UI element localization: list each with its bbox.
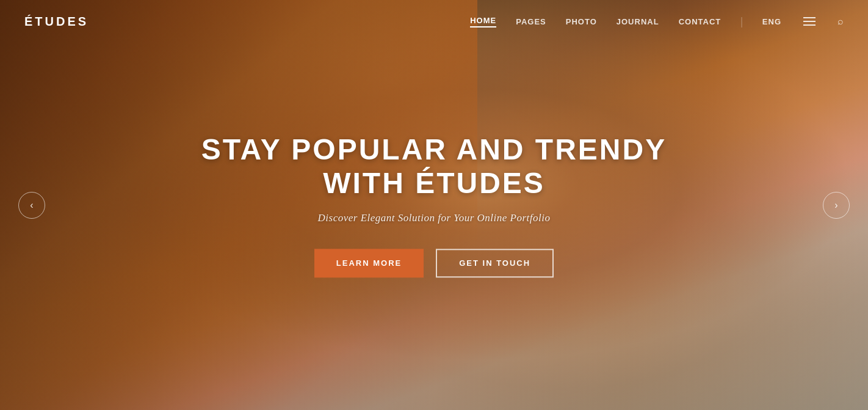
header: ÉTUDES HOME PAGES PHOTO JOURNAL CONTACT …	[0, 0, 868, 43]
language-selector[interactable]: ENG	[762, 17, 781, 26]
hamburger-line-2	[803, 21, 816, 22]
hero-subtitle: Discover Elegant Solution for Your Onlin…	[190, 212, 678, 224]
slider-prev-button[interactable]: ‹	[18, 192, 45, 219]
nav-item-pages[interactable]: PAGES	[516, 17, 546, 26]
hero-buttons: LEARN MORE GET IN TOUCH	[190, 249, 678, 277]
nav-divider: |	[740, 15, 743, 28]
hamburger-line-3	[803, 24, 816, 26]
hero-content: STAY POPULAR AND TRENDY WITH ÉTUDES Disc…	[190, 133, 678, 277]
search-icon[interactable]: ⌕	[837, 16, 844, 27]
chevron-right-icon: ›	[834, 200, 837, 211]
nav-item-journal[interactable]: JOURNAL	[617, 17, 659, 26]
logo[interactable]: ÉTUDES	[24, 15, 89, 29]
hero-section: ÉTUDES HOME PAGES PHOTO JOURNAL CONTACT …	[0, 0, 868, 410]
nav-item-photo[interactable]: PHOTO	[566, 17, 597, 26]
hero-title: STAY POPULAR AND TRENDY WITH ÉTUDES	[190, 133, 678, 200]
navigation: HOME PAGES PHOTO JOURNAL CONTACT | ENG ⌕	[470, 15, 844, 28]
slider-next-button[interactable]: ›	[823, 192, 850, 219]
hamburger-line-1	[803, 17, 816, 18]
nav-item-home[interactable]: HOME	[470, 16, 496, 27]
get-in-touch-button[interactable]: GET IN TOUCH	[436, 249, 554, 277]
hamburger-menu-icon[interactable]	[801, 15, 818, 28]
chevron-left-icon: ‹	[30, 200, 33, 211]
learn-more-button[interactable]: LEARN MORE	[314, 249, 424, 277]
nav-item-contact[interactable]: CONTACT	[679, 17, 722, 26]
